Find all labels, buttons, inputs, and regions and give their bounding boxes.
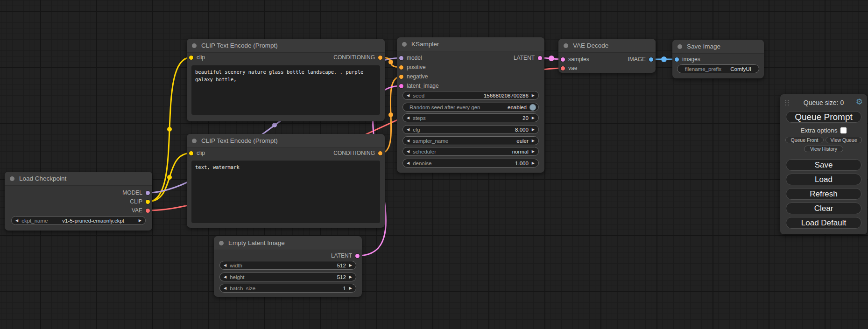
output-slot-conditioning[interactable]: CONDITIONING xyxy=(333,149,385,157)
decrement-arrow-icon[interactable]: ◀ xyxy=(407,94,409,98)
clear-button[interactable]: Clear xyxy=(786,203,861,214)
output-slot-clip[interactable]: CLIP xyxy=(130,198,152,205)
decrement-arrow-icon[interactable]: ◀ xyxy=(224,287,226,290)
increment-arrow-icon[interactable]: ▶ xyxy=(532,161,535,165)
slot-dot-model[interactable] xyxy=(399,56,403,60)
node-title-bar[interactable]: KSampler xyxy=(397,37,544,51)
node-title-bar[interactable]: CLIP Text Encode (Prompt) xyxy=(187,134,385,148)
queue-prompt-button[interactable]: Queue Prompt xyxy=(786,111,861,123)
output-slot-image[interactable]: IMAGE xyxy=(628,56,656,63)
increment-arrow-icon[interactable]: ▶ xyxy=(532,94,535,98)
slot-dot-latent[interactable] xyxy=(561,57,565,62)
slot-dot-latent[interactable] xyxy=(355,254,360,258)
decrement-arrow-icon[interactable]: ◀ xyxy=(407,161,409,165)
node-title-bar[interactable]: Save Image xyxy=(672,40,764,54)
input-slot-vae[interactable]: vae xyxy=(558,64,577,72)
ckpt-name-combo[interactable]: ◀ ckpt_name v1-5-pruned-emaonly.ckpt ▶ xyxy=(11,216,146,225)
batch-size-combo[interactable]: ◀ batch_size 1 ▶ xyxy=(219,284,356,293)
steps-combo[interactable]: ◀ steps 20 ▶ xyxy=(402,113,539,122)
height-combo[interactable]: ◀ height 512 ▶ xyxy=(219,273,356,281)
load-button[interactable]: Load xyxy=(786,174,861,185)
output-slot-latent[interactable]: LATENT xyxy=(514,54,544,62)
input-slot-clip[interactable]: clip xyxy=(187,54,205,61)
graph-canvas[interactable]: Load Checkpoint MODEL CLIP VAE ◀ ckpt_na… xyxy=(0,0,868,329)
slot-dot-latent[interactable] xyxy=(399,84,403,88)
denoise-combo[interactable]: ◀ denoise 1.000 ▶ xyxy=(402,159,539,168)
increment-arrow-icon[interactable]: ▶ xyxy=(532,128,535,132)
cfg-combo[interactable]: ◀ cfg 8.000 ▶ xyxy=(402,125,539,134)
slot-dot-conditioning[interactable] xyxy=(399,65,403,70)
node-clip-text-encode-positive[interactable]: CLIP Text Encode (Prompt) clip CONDITION… xyxy=(187,39,385,121)
node-collapse-dot[interactable] xyxy=(192,139,197,143)
node-title-bar[interactable]: Load Checkpoint xyxy=(5,172,152,186)
node-collapse-dot[interactable] xyxy=(564,43,568,48)
link-dot[interactable] xyxy=(272,123,277,127)
slot-dot-vae[interactable] xyxy=(146,209,150,213)
link-dot[interactable] xyxy=(549,56,554,61)
node-load-checkpoint[interactable]: Load Checkpoint MODEL CLIP VAE ◀ ckpt_na… xyxy=(5,172,152,231)
decrement-arrow-icon[interactable]: ◀ xyxy=(407,139,409,143)
decrement-arrow-icon[interactable]: ◀ xyxy=(407,128,409,132)
slot-dot-clip[interactable] xyxy=(146,200,150,204)
toggle-circle-icon[interactable] xyxy=(529,104,536,111)
node-clip-text-encode-negative[interactable]: CLIP Text Encode (Prompt) clip CONDITION… xyxy=(187,134,385,228)
increment-arrow-icon[interactable]: ▶ xyxy=(532,150,535,154)
node-collapse-dot[interactable] xyxy=(677,44,682,49)
output-slot-latent[interactable]: LATENT xyxy=(331,252,362,259)
sampler-name-combo[interactable]: ◀ sampler_name euler ▶ xyxy=(402,136,539,145)
decrement-arrow-icon[interactable]: ◀ xyxy=(15,219,18,223)
node-vae-decode[interactable]: VAE Decode samples vae IMAGE xyxy=(558,39,656,73)
view-queue-button[interactable]: View Queue xyxy=(826,137,862,143)
node-collapse-dot[interactable] xyxy=(192,43,197,48)
decrement-arrow-icon[interactable]: ◀ xyxy=(224,264,226,267)
seed-combo[interactable]: ◀ seed 156680208700286 ▶ xyxy=(402,91,539,100)
decrement-arrow-icon[interactable]: ◀ xyxy=(224,275,226,279)
increment-arrow-icon[interactable]: ▶ xyxy=(349,264,352,267)
output-slot-model[interactable]: MODEL xyxy=(122,189,152,196)
output-slot-vae[interactable]: VAE xyxy=(132,207,152,214)
input-slot-negative[interactable]: negative xyxy=(397,73,428,80)
decrement-arrow-icon[interactable]: ◀ xyxy=(407,150,409,154)
output-slot-conditioning[interactable]: CONDITIONING xyxy=(333,54,385,61)
slot-dot-conditioning[interactable] xyxy=(378,56,382,60)
filename-prefix-field[interactable]: filename_prefix ComfyUI xyxy=(677,64,759,73)
link-dot[interactable] xyxy=(167,127,172,132)
input-slot-positive[interactable]: positive xyxy=(397,63,426,71)
node-title-bar[interactable]: Empty Latent Image xyxy=(214,236,362,250)
slot-dot-vae[interactable] xyxy=(561,66,565,70)
input-slot-model[interactable]: model xyxy=(397,54,422,62)
increment-arrow-icon[interactable]: ▶ xyxy=(532,116,535,120)
random-seed-toggle[interactable]: Random seed after every gen enabled xyxy=(402,103,539,112)
refresh-button[interactable]: Refresh xyxy=(786,188,861,200)
node-title-bar[interactable]: VAE Decode xyxy=(558,39,656,53)
slot-dot-model[interactable] xyxy=(146,191,150,195)
slot-dot-clip[interactable] xyxy=(189,151,193,155)
node-collapse-dot[interactable] xyxy=(402,42,407,47)
negative-prompt-textarea[interactable]: text, watermark xyxy=(191,161,380,223)
scheduler-combo[interactable]: ◀ scheduler normal ▶ xyxy=(402,147,539,156)
decrement-arrow-icon[interactable]: ◀ xyxy=(407,116,409,120)
node-save-image[interactable]: Save Image images filename_prefix ComfyU… xyxy=(672,40,764,78)
node-collapse-dot[interactable] xyxy=(219,241,224,245)
link-dot[interactable] xyxy=(388,112,393,117)
width-combo[interactable]: ◀ width 512 ▶ xyxy=(219,261,356,270)
increment-arrow-icon[interactable]: ▶ xyxy=(349,275,352,279)
slot-dot-image[interactable] xyxy=(649,57,653,62)
slot-dot-conditioning[interactable] xyxy=(399,75,403,79)
slot-dot-latent[interactable] xyxy=(538,56,542,60)
slot-dot-image[interactable] xyxy=(675,57,679,62)
link-dot[interactable] xyxy=(661,56,667,62)
input-slot-clip[interactable]: clip xyxy=(187,149,205,157)
view-history-button[interactable]: View History xyxy=(804,146,843,152)
increment-arrow-icon[interactable]: ▶ xyxy=(349,287,352,290)
link-dot[interactable] xyxy=(388,60,393,64)
node-title-bar[interactable]: CLIP Text Encode (Prompt) xyxy=(187,39,385,53)
input-slot-images[interactable]: images xyxy=(672,56,700,63)
slot-dot-clip[interactable] xyxy=(189,56,193,60)
gear-icon[interactable]: ⚙ xyxy=(856,98,863,106)
positive-prompt-textarea[interactable]: beautiful scenery nature glass bottle la… xyxy=(191,65,380,115)
increment-arrow-icon[interactable]: ▶ xyxy=(139,219,141,223)
queue-front-button[interactable]: Queue Front xyxy=(785,137,824,143)
increment-arrow-icon[interactable]: ▶ xyxy=(532,139,535,143)
slot-dot-conditioning[interactable] xyxy=(378,151,382,155)
